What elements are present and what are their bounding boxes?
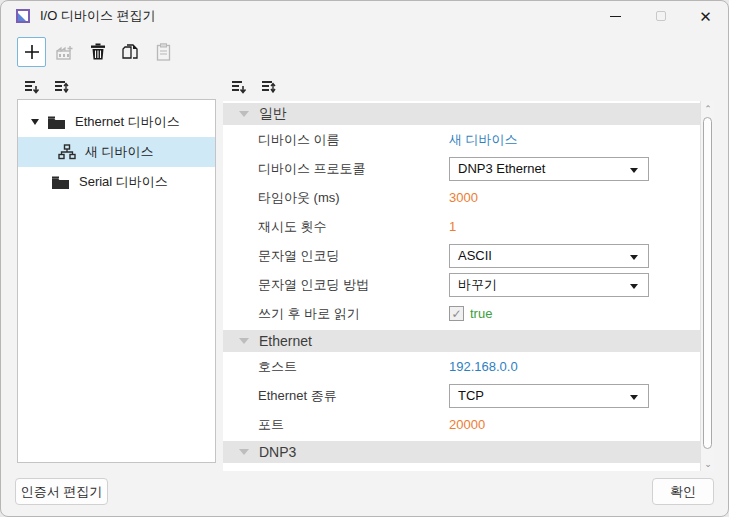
section-header-dnp3[interactable]: DNP3 <box>223 441 700 463</box>
tree-toolbar <box>23 79 71 95</box>
ethernet-type-dropdown[interactable]: TCP <box>449 384 649 408</box>
property-label: Ethernet 종류 <box>223 387 449 405</box>
section-title: Ethernet <box>259 333 312 349</box>
local-link-address-value[interactable]: 3 <box>449 470 700 471</box>
dropdown-value: ASCII <box>458 248 492 263</box>
property-label: 재시도 횟수 <box>223 218 449 236</box>
folder-icon <box>47 115 66 130</box>
tree-item-ethernet-devices[interactable]: Ethernet 디바이스 <box>18 107 215 137</box>
scroll-up-icon[interactable]: ⌃ <box>701 101 715 116</box>
add-group-button <box>50 37 79 67</box>
property-label: 쓰기 후 바로 읽기 <box>223 305 449 323</box>
trash-icon <box>90 43 106 61</box>
string-encoding-dropdown[interactable]: ASCII <box>449 244 649 268</box>
tree-item-new-device[interactable]: 새 디바이스 <box>18 137 215 167</box>
encoding-method-dropdown[interactable]: 바꾸기 <box>449 273 649 297</box>
property-label: 문자열 인코딩 방법 <box>223 276 449 294</box>
expand-arrow-icon[interactable] <box>31 119 39 125</box>
toolbar <box>17 37 178 69</box>
dropdown-value: 바꾸기 <box>458 276 497 294</box>
grid-toolbar <box>230 79 278 95</box>
add-device-button[interactable] <box>17 37 46 67</box>
chevron-down-icon <box>630 168 638 173</box>
dropdown-value: TCP <box>458 388 484 403</box>
minimize-icon <box>610 16 621 17</box>
property-row: 포트 20000 <box>223 410 700 439</box>
read-after-write-checkbox[interactable]: ✓ <box>449 306 464 321</box>
tree-item-label: Serial 디바이스 <box>79 173 168 191</box>
chevron-down-icon <box>630 395 638 400</box>
copy-icon <box>122 43 140 61</box>
protocol-dropdown[interactable]: DNP3 Ethernet <box>449 157 649 181</box>
tree-item-label: 새 디바이스 <box>85 143 154 161</box>
property-row: 디바이스 이름 새 디바이스 <box>223 125 700 154</box>
copy-button[interactable] <box>116 37 145 67</box>
property-grid: 일반 디바이스 이름 새 디바이스 디바이스 프로토콜 DNP3 Etherne… <box>223 101 700 471</box>
section-title: DNP3 <box>259 444 296 460</box>
property-row: 로컬 데이터 연결 주소 3 <box>223 463 700 471</box>
maximize-icon <box>656 11 666 21</box>
close-icon: ✕ <box>699 9 712 24</box>
minimize-button[interactable] <box>593 1 638 31</box>
scroll-down-icon[interactable]: ⌄ <box>701 456 715 471</box>
maximize-button[interactable] <box>638 1 683 31</box>
clipboard-icon <box>156 43 171 61</box>
expand-all-icon[interactable] <box>53 79 71 95</box>
app-icon <box>15 8 31 24</box>
io-device-editor-dialog: I/O 디바이스 편집기 ✕ <box>0 0 729 517</box>
property-row: 쓰기 후 바로 읽기 ✓ true <box>223 299 700 328</box>
building-plus-icon <box>55 43 74 61</box>
window-title: I/O 디바이스 편집기 <box>40 7 156 25</box>
tree-item-serial-devices[interactable]: Serial 디바이스 <box>18 167 215 197</box>
vertical-scrollbar[interactable]: ⌃ ⌄ <box>700 101 714 471</box>
property-label: 디바이스 프로토콜 <box>223 160 449 178</box>
checkbox-value-label: true <box>470 306 492 321</box>
delete-button[interactable] <box>83 37 112 67</box>
chevron-down-icon <box>630 255 638 260</box>
device-name-value[interactable]: 새 디바이스 <box>449 131 700 149</box>
property-row: 타임아웃 (ms) 3000 <box>223 183 700 212</box>
ok-button[interactable]: 확인 <box>652 478 714 505</box>
certificate-editor-button[interactable]: 인증서 편집기 <box>15 478 108 505</box>
section-header-general[interactable]: 일반 <box>223 103 700 125</box>
scrollbar-thumb[interactable] <box>703 117 712 449</box>
dropdown-value: DNP3 Ethernet <box>458 161 545 176</box>
property-label: 문자열 인코딩 <box>223 247 449 265</box>
property-row: 호스트 192.168.0.0 <box>223 352 700 381</box>
section-header-ethernet[interactable]: Ethernet <box>223 330 700 352</box>
folder-icon <box>51 175 70 190</box>
plus-icon <box>23 43 41 61</box>
section-title: 일반 <box>259 105 287 123</box>
property-row: 디바이스 프로토콜 DNP3 Ethernet <box>223 154 700 183</box>
property-row: 문자열 인코딩 방법 바꾸기 <box>223 270 700 299</box>
timeout-value[interactable]: 3000 <box>449 190 700 205</box>
collapse-triangle-icon <box>239 449 249 455</box>
collapse-triangle-icon <box>239 111 249 117</box>
property-label: 타임아웃 (ms) <box>223 189 449 207</box>
network-device-icon <box>58 144 76 160</box>
chevron-down-icon <box>630 284 638 289</box>
property-row: 문자열 인코딩 ASCII <box>223 241 700 270</box>
window-controls: ✕ <box>593 1 728 31</box>
property-label: 디바이스 이름 <box>223 131 449 149</box>
property-row: 재시도 횟수 1 <box>223 212 700 241</box>
collapse-all-icon[interactable] <box>23 79 41 95</box>
retry-count-value[interactable]: 1 <box>449 219 700 234</box>
close-button[interactable]: ✕ <box>683 1 728 31</box>
expand-all-icon[interactable] <box>260 79 278 95</box>
host-value[interactable]: 192.168.0.0 <box>449 359 700 374</box>
collapse-triangle-icon <box>239 338 249 344</box>
property-label: 호스트 <box>223 358 449 376</box>
tree-item-label: Ethernet 디바이스 <box>75 113 180 131</box>
property-row: Ethernet 종류 TCP <box>223 381 700 410</box>
collapse-all-icon[interactable] <box>230 79 248 95</box>
property-label: 로컬 데이터 연결 주소 <box>223 469 449 472</box>
property-label: 포트 <box>223 416 449 434</box>
port-value[interactable]: 20000 <box>449 417 700 432</box>
paste-button <box>149 37 178 67</box>
device-tree: Ethernet 디바이스 새 디바이스 Serial 디바이스 <box>17 99 216 463</box>
titlebar: I/O 디바이스 편집기 ✕ <box>1 1 728 31</box>
